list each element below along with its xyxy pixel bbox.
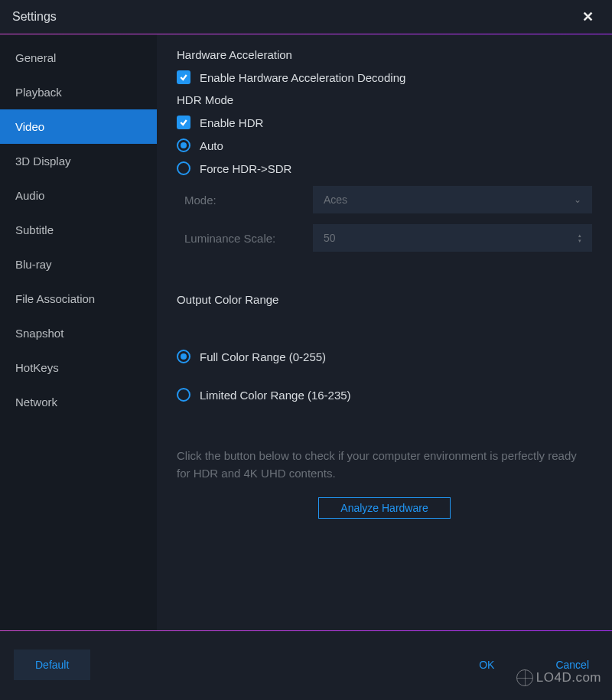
sidebar-item-snapshot[interactable]: Snapshot	[0, 316, 157, 350]
sidebar-item-video[interactable]: Video	[0, 109, 157, 144]
hwaccel-checkbox-label: Enable Hardware Acceleration Decoding	[200, 71, 405, 84]
hdr-force-label: Force HDR->SDR	[200, 162, 291, 175]
hwaccel-checkbox[interactable]	[177, 70, 190, 84]
hwaccel-checkbox-row: Enable Hardware Acceleration Decoding	[177, 70, 592, 84]
analyze-hint-text: Click the button below to check if your …	[177, 448, 592, 482]
cancel-button[interactable]: Cancel	[546, 653, 598, 677]
titlebar: Settings ✕	[0, 0, 612, 34]
limited-color-row: Limited Color Range (16-235)	[177, 388, 592, 402]
full-color-radio[interactable]	[177, 350, 190, 363]
full-color-row: Full Color Range (0-255)	[177, 350, 592, 363]
hdr-section-title: HDR Mode	[177, 93, 592, 106]
check-icon	[179, 118, 188, 127]
check-icon	[179, 73, 188, 82]
ok-button[interactable]: OK	[470, 653, 503, 677]
hdr-force-row: Force HDR->SDR	[177, 161, 592, 175]
limited-color-radio[interactable]	[177, 388, 190, 402]
sidebar-item-playback[interactable]: Playback	[0, 75, 157, 109]
hdr-enable-row: Enable HDR	[177, 116, 592, 129]
mode-dropdown[interactable]: Aces ⌄	[313, 186, 592, 213]
sidebar-item-file-association[interactable]: File Association	[0, 282, 157, 316]
luminance-row: Luminance Scale: 50 ▴ ▾	[184, 224, 592, 252]
sidebar-item-hotkeys[interactable]: HotKeys	[0, 350, 157, 385]
sidebar-item-audio[interactable]: Audio	[0, 178, 157, 213]
sidebar-item-3d-display[interactable]: 3D Display	[0, 144, 157, 178]
luminance-value: 50	[324, 232, 336, 244]
hdr-auto-row: Auto	[177, 138, 592, 152]
mode-value: Aces	[324, 194, 347, 206]
output-color-title: Output Color Range	[177, 293, 592, 306]
sidebar-item-general[interactable]: General	[0, 41, 157, 75]
limited-color-label: Limited Color Range (16-235)	[200, 389, 351, 402]
hwaccel-section-title: Hardware Acceleration	[177, 48, 592, 61]
luminance-input[interactable]: 50 ▴ ▾	[313, 224, 592, 252]
hdr-auto-radio[interactable]	[177, 138, 190, 152]
hdr-enable-label: Enable HDR	[200, 116, 263, 129]
sidebar: General Playback Video 3D Display Audio …	[0, 34, 157, 630]
hdr-auto-label: Auto	[200, 139, 223, 152]
mode-row: Mode: Aces ⌄	[184, 186, 592, 213]
chevron-down-icon: ⌄	[574, 194, 581, 205]
settings-title: Settings	[12, 10, 57, 24]
close-icon[interactable]: ✕	[576, 5, 600, 28]
analyze-hardware-button[interactable]: Analyze Hardware	[318, 497, 450, 519]
full-color-label: Full Color Range (0-255)	[200, 350, 326, 363]
footer: Default OK Cancel LO4D.com	[0, 631, 612, 698]
spinner-up-icon[interactable]: ▴	[578, 233, 581, 238]
content-panel: Hardware Acceleration Enable Hardware Ac…	[157, 34, 612, 630]
hdr-enable-checkbox[interactable]	[177, 116, 190, 129]
sidebar-item-network[interactable]: Network	[0, 385, 157, 419]
spinner-down-icon[interactable]: ▾	[578, 238, 581, 243]
main-container: General Playback Video 3D Display Audio …	[0, 34, 612, 630]
sidebar-item-bluray[interactable]: Blu-ray	[0, 247, 157, 282]
mode-label: Mode:	[184, 194, 299, 207]
spinner-arrows[interactable]: ▴ ▾	[578, 233, 581, 243]
sidebar-item-subtitle[interactable]: Subtitle	[0, 213, 157, 247]
luminance-label: Luminance Scale:	[184, 232, 299, 245]
hdr-force-radio[interactable]	[177, 161, 190, 175]
default-button[interactable]: Default	[14, 650, 90, 680]
